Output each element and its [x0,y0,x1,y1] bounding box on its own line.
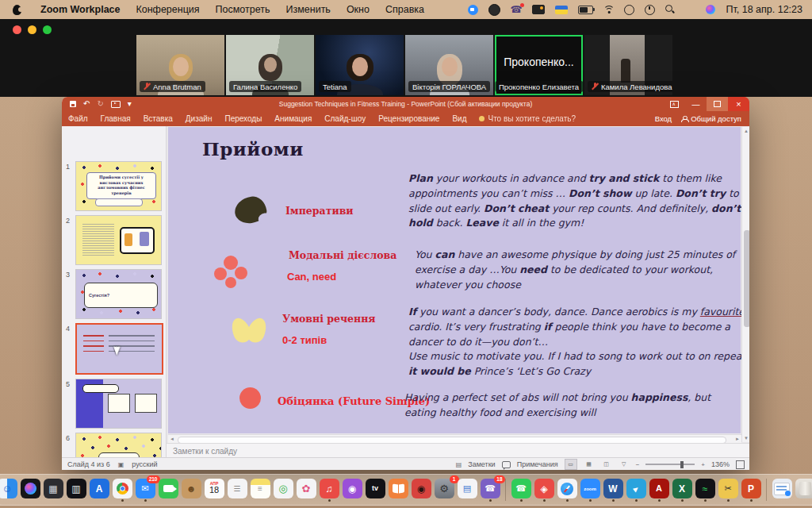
app-store-icon[interactable]: A [89,478,109,502]
camera-status-icon[interactable] [488,4,500,16]
excel-icon[interactable]: X [672,478,692,502]
zoom-in-button[interactable]: + [701,461,705,468]
fit-slide-to-window-icon[interactable] [736,460,745,469]
safari-icon[interactable] [557,478,577,502]
reminders-icon[interactable]: ☰ [227,478,247,502]
minimize-window-button[interactable] [28,25,36,34]
window-tiles-icon[interactable]: ▥ [66,478,86,502]
mail-icon[interactable]: ✉210 [135,478,155,502]
modal-verbs-shape-icon[interactable] [213,254,255,294]
participant-tile[interactable]: Вікторія ГОРЛАЧОВА [405,35,493,95]
contacts-icon[interactable]: ☻ [181,478,201,502]
powerpoint-icon[interactable]: P [741,478,761,502]
diamond-app-icon[interactable]: ◈ [534,478,554,502]
whatsapp-icon[interactable]: ☎ [511,478,531,502]
close-button[interactable]: × [728,97,749,111]
zoom-out-button[interactable]: − [636,461,640,468]
sign-in-button[interactable]: Вход [655,114,672,123]
tab-file[interactable]: Файл [62,114,94,123]
imperatives-shape-icon[interactable] [233,194,268,225]
word-icon[interactable]: W [603,478,623,502]
row-label-imperatives[interactable]: Імперативи [285,205,354,217]
notes-pane[interactable]: Заметки к слайду [167,443,749,458]
tab-home[interactable]: Главная [94,114,137,123]
ukraine-flag-icon[interactable] [555,6,568,14]
tell-me-box[interactable]: Что вы хотите сделать? [473,114,582,123]
menu-edit[interactable]: Изменить [278,4,339,15]
siri-icon[interactable] [20,478,40,502]
tab-design[interactable]: Дизайн [179,114,219,123]
participant-tile-active-speaker[interactable]: Прокопенко... Прокопенко Елизавета [495,35,583,95]
share-button[interactable]: Общий доступ [681,114,741,123]
zoom-slider[interactable] [645,464,695,465]
menu-app-name[interactable]: Zoom Workplace [33,4,128,15]
keyboard-ring-icon[interactable] [624,5,634,15]
paragraph-conditionals[interactable]: If you want a dancer’s body, dance. Danc… [408,305,749,379]
menu-help[interactable]: Справка [377,4,432,15]
slideshow-view-button[interactable]: ▽ [619,460,630,469]
launchpad-icon[interactable]: ▦ [43,478,63,502]
tab-view[interactable]: Вид [446,114,473,123]
siri-icon[interactable] [706,5,715,14]
finder-icon[interactable]: ☺ [0,478,17,502]
photo-booth-icon[interactable]: ◉ [411,478,431,502]
menu-window[interactable]: Окно [339,4,377,15]
reading-view-button[interactable]: ◫ [601,460,612,469]
books-icon[interactable] [388,478,408,502]
thumbnail-slide-2[interactable] [75,215,162,265]
scroll-down-arrow[interactable]: ▼ [742,434,749,442]
thumbnail-slide-1[interactable]: Прийоми сугестії у висловах сучасних анг… [75,161,162,211]
trash-icon[interactable] [795,478,812,502]
podcasts-icon[interactable]: ◉ [342,478,362,502]
tab-transitions[interactable]: Переходы [218,114,268,123]
vertical-scrollbar[interactable]: ▲ ▼ [741,127,749,442]
chrome-icon[interactable] [112,478,132,502]
slide-title[interactable]: Прийоми [202,138,304,160]
row-sublabel-can-need[interactable]: Can, need [287,271,336,283]
customize-toolbar-icon[interactable]: ▾ [128,100,132,108]
paragraph-imperatives[interactable]: Plan your workouts in advance and try an… [408,171,745,231]
start-slideshow-icon[interactable] [111,101,121,108]
thumbnail-slide-3[interactable]: Сугестія? [75,269,162,319]
zoom-window-button[interactable] [43,25,52,34]
minimize-button[interactable]: — [685,97,707,111]
ribbon-display-options-icon[interactable] [664,97,685,111]
printer-icon[interactable]: ▤ [457,478,477,502]
zoom-slider-knob[interactable] [680,461,684,468]
telegram-icon[interactable]: ► [626,478,646,502]
menu-view[interactable]: Посмотреть [208,4,278,15]
vertical-scroll-thumb[interactable] [744,230,750,327]
language-indicator[interactable]: русский [132,460,157,468]
music-icon[interactable]: ♫ [319,478,339,502]
slide-sorter-view-button[interactable]: ▦ [584,460,595,469]
zoom-icon[interactable]: zoom [580,478,600,502]
undo-icon[interactable]: ↶ [83,100,90,108]
notes-icon[interactable]: ≡ [250,478,270,502]
menu-conference[interactable]: Конференция [128,4,207,15]
thumbnail-slide-4-selected[interactable] [75,323,163,375]
screen-share-status-icon[interactable] [532,5,545,14]
thumbnail-slide-5[interactable] [75,379,162,429]
paragraph-promise[interactable]: Having a perfect set of abs will not bri… [404,391,736,421]
tab-animations[interactable]: Анимация [268,114,318,123]
photos-icon[interactable]: ✿ [296,478,316,502]
viber-icon[interactable]: ☎18 [480,478,500,502]
unarchiver-icon[interactable]: ✂ [718,478,738,502]
zoom-level[interactable]: 136% [711,460,730,468]
restore-button[interactable] [707,97,728,111]
menu-clock[interactable]: Пт, 18 апр. 12:23 [726,4,802,15]
save-icon[interactable] [70,101,76,107]
find-my-icon[interactable]: ◎ [273,478,293,502]
calendar-icon[interactable]: АПР18 [204,478,224,502]
tab-insert[interactable]: Вставка [137,114,179,123]
participant-tile[interactable]: Anna Brutman [136,35,224,95]
minimized-window-icon[interactable] [772,478,792,502]
scroll-up-arrow[interactable]: ▲ [742,127,749,135]
conditionals-shape-icon[interactable] [232,316,268,348]
tab-review[interactable]: Рецензирование [372,114,446,123]
battery-icon[interactable] [578,6,593,14]
redo-icon[interactable]: ↻ [97,100,103,108]
tab-slideshow[interactable]: Слайд-шоу [318,114,372,123]
participant-tile[interactable]: Галина Василенко [226,35,314,95]
viber-status-icon[interactable]: ☎ [511,5,523,14]
